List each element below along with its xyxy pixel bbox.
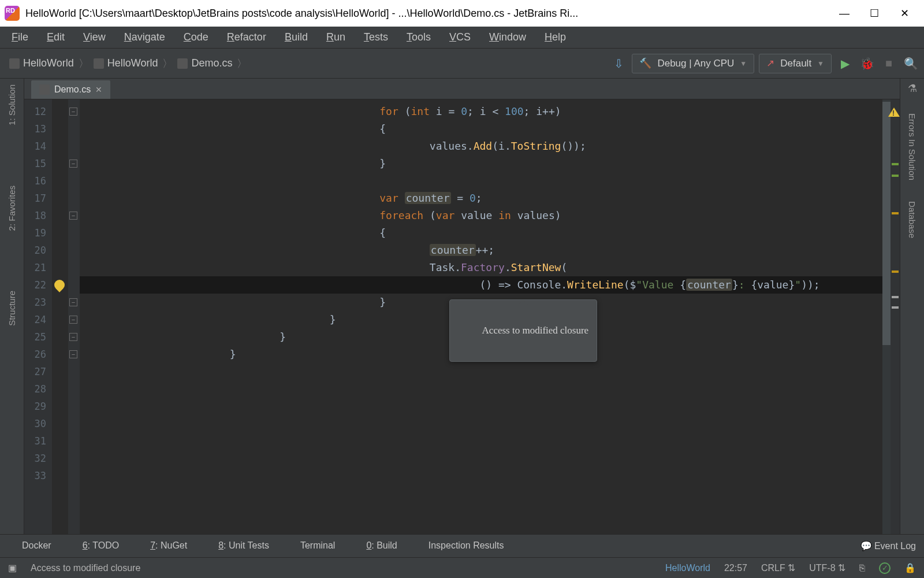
code-line[interactable]: } <box>80 294 386 311</box>
menu-code[interactable]: Code <box>176 29 217 46</box>
fold-toggle[interactable]: − <box>69 298 77 306</box>
minimize-button[interactable]: — <box>829 2 859 25</box>
code-line[interactable]: values.Add(i.ToString()); <box>80 138 586 155</box>
breadcrumb[interactable]: HelloWorld 〉 HelloWorld 〉 Demo.cs 〉 <box>5 54 253 73</box>
crumb-2[interactable]: Demo.cs <box>191 57 232 69</box>
fold-toggle[interactable]: − <box>69 333 77 341</box>
crumb-1[interactable]: HelloWorld <box>107 57 158 69</box>
tool-toggle-icon[interactable]: ▣ <box>8 562 17 573</box>
line-number: 14 <box>24 138 46 155</box>
line-number: 13 <box>24 120 46 138</box>
chevron-down-icon: ▼ <box>817 60 824 68</box>
code-line[interactable]: for (int i = 0; i < 100; i++) <box>80 103 561 120</box>
lock-icon[interactable]: 🔒 <box>904 562 916 573</box>
bottom-tool-6--todo[interactable]: 6: TODO <box>69 540 119 551</box>
scrollbar-thumb[interactable] <box>882 102 891 345</box>
status-project: HelloWorld <box>665 563 710 573</box>
rail----solution[interactable]: 1: Solution <box>7 82 17 128</box>
tool-icon <box>204 541 215 551</box>
menu-tools[interactable]: Tools <box>398 29 439 46</box>
rail-structure[interactable]: Structure <box>7 288 17 328</box>
code-line[interactable]: () => Console.WriteLine($"Value {counter… <box>80 276 820 294</box>
code-area[interactable]: 1213141516171819202122232425262728293031… <box>24 99 900 534</box>
crumb-0[interactable]: HelloWorld <box>23 57 74 69</box>
configuration-dropdown[interactable]: 🔨 Debug | Any CPU ▼ <box>632 54 754 73</box>
rail-database[interactable]: Database <box>907 199 917 240</box>
line-number: 15 <box>24 155 46 172</box>
menu-run[interactable]: Run <box>318 29 353 46</box>
lightbulb-icon[interactable] <box>52 277 66 292</box>
menu-refactor[interactable]: Refactor <box>219 29 274 46</box>
stripe-mark[interactable] <box>892 306 899 309</box>
code-line[interactable]: counter++; <box>80 242 494 259</box>
stop-button[interactable]: ■ <box>880 55 897 72</box>
status-time: 22:57 <box>724 563 747 573</box>
code-line[interactable]: } <box>80 311 336 328</box>
code-line[interactable]: Task.Factory.StartNew( <box>80 259 567 276</box>
run-button[interactable]: ▶ <box>836 55 854 72</box>
status-encoding[interactable]: UTF-8 ⇅ <box>809 562 845 573</box>
stripe-mark[interactable] <box>892 163 899 165</box>
bottom-tool-7--nuget[interactable]: 7: NuGet <box>136 540 187 551</box>
flask-icon[interactable]: ⚗ <box>908 82 917 95</box>
error-stripe[interactable] <box>891 99 900 534</box>
goto-line-icon[interactable]: ⎘ <box>859 563 865 573</box>
bottom-tool-inspection-results[interactable]: Inspection Results <box>415 540 504 551</box>
code-text[interactable]: Access to modified closure for (int i = … <box>80 99 882 534</box>
stripe-mark[interactable] <box>892 175 899 177</box>
code-line[interactable]: } <box>80 155 386 172</box>
editor-tab-demo[interactable]: Demo.cs ✕ <box>31 80 110 99</box>
fold-toggle[interactable]: − <box>69 108 77 116</box>
menu-navigate[interactable]: Navigate <box>116 29 173 46</box>
status-line-sep[interactable]: CRLF ⇅ <box>761 562 795 573</box>
event-log-button[interactable]: 💬 Event Log <box>860 540 916 551</box>
bottom-tool-8--unit-tests[interactable]: 8: Unit Tests <box>204 540 269 551</box>
stripe-mark[interactable] <box>892 212 899 214</box>
menu-vcs[interactable]: VCS <box>441 29 479 46</box>
fold-toggle[interactable]: − <box>69 350 77 358</box>
menu-view[interactable]: View <box>75 29 114 46</box>
menu-tests[interactable]: Tests <box>356 29 396 46</box>
run-config-dropdown[interactable]: ↗ Default ▼ <box>759 54 832 73</box>
line-number: 27 <box>24 363 46 380</box>
menu-bar: FileEditViewNavigateCodeRefactorBuildRun… <box>0 27 924 49</box>
code-line[interactable]: } <box>80 346 236 363</box>
code-line[interactable]: var counter = 0; <box>80 190 482 207</box>
menu-window[interactable]: Window <box>481 29 534 46</box>
code-line[interactable]: { <box>80 224 386 242</box>
editor-tabs: Demo.cs ✕ <box>24 79 900 99</box>
inspection-tooltip: Access to modified closure <box>449 299 597 362</box>
fold-toggle[interactable]: − <box>69 212 77 220</box>
stripe-mark[interactable] <box>892 296 899 298</box>
line-number-gutter: 1213141516171819202122232425262728293031… <box>24 99 52 534</box>
fold-toggle[interactable]: − <box>69 160 77 168</box>
bottom-tool-terminal[interactable]: Terminal <box>286 540 335 551</box>
stripe-mark[interactable] <box>892 271 899 273</box>
build-icon[interactable]: ⇩ <box>610 55 627 72</box>
close-button[interactable]: ✕ <box>889 2 919 25</box>
close-tab-icon[interactable]: ✕ <box>95 85 102 94</box>
code-line[interactable]: { <box>80 120 386 138</box>
warning-icon <box>888 102 900 117</box>
maximize-button[interactable]: ☐ <box>859 2 889 25</box>
menu-build[interactable]: Build <box>277 29 316 46</box>
rail-errors-in-solution[interactable]: Errors In Solution <box>907 111 917 183</box>
bottom-tool-0--build[interactable]: 0: Build <box>352 540 397 551</box>
tool-icon <box>136 541 147 551</box>
search-everywhere-button[interactable]: 🔍 <box>902 55 919 72</box>
line-number: 24 <box>24 311 46 328</box>
rail----favorites[interactable]: 2: Favorites <box>7 183 17 233</box>
fold-gutter: −−−−−−− <box>68 99 80 534</box>
configuration-label: Debug | Any CPU <box>657 58 734 69</box>
chevron-right-icon: 〉 <box>237 57 247 71</box>
menu-file[interactable]: File <box>3 29 36 46</box>
code-line[interactable]: } <box>80 328 286 346</box>
debug-button[interactable]: 🐞 <box>858 55 875 72</box>
fold-toggle[interactable]: − <box>69 316 77 324</box>
inspection-ok-icon[interactable]: ✓ <box>879 562 891 574</box>
menu-edit[interactable]: Edit <box>39 29 73 46</box>
vertical-scrollbar[interactable] <box>882 99 891 534</box>
code-line[interactable]: foreach (var value in values) <box>80 207 561 224</box>
menu-help[interactable]: Help <box>536 29 574 46</box>
bottom-tool-docker[interactable]: Docker <box>8 540 51 551</box>
